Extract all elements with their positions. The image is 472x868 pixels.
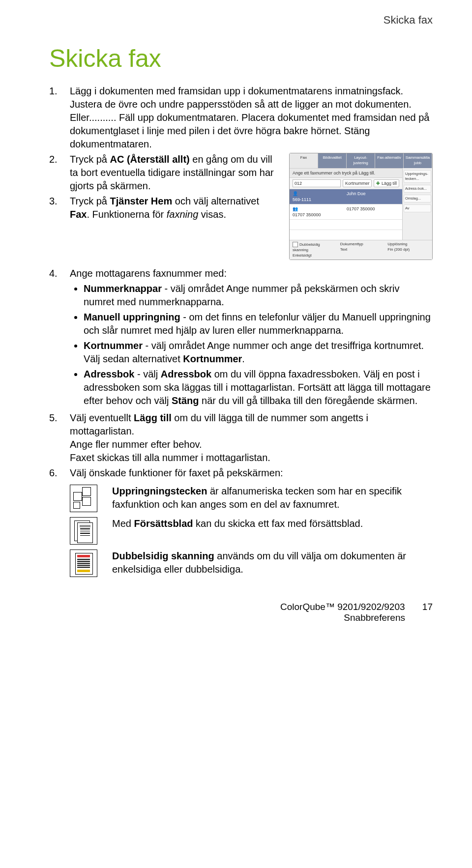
footer-doc: Snabbreferens bbox=[344, 612, 405, 623]
shot-kortnummer-btn: Kortnummer bbox=[343, 179, 372, 187]
bullet-item: Nummerknappar - välj området Ange nummer… bbox=[84, 282, 433, 309]
bullet-item: Kortnummer - välj området Ange nummer oc… bbox=[84, 339, 433, 366]
list-marker: 4. bbox=[49, 267, 70, 409]
bullet-item: Manuell uppringning - om det finns en te… bbox=[84, 311, 433, 337]
shot-recipient-list: 👤 569-1111John Doe 👥 01707 35000001707 3… bbox=[290, 189, 402, 240]
shot-instruction: Ange ett faxnummer och tryck på Lägg til… bbox=[293, 170, 375, 176]
shot-tab: Bildkvalitet bbox=[318, 153, 347, 168]
fax-ui-screenshot: Fax Bildkvalitet Layout-justering Fax-al… bbox=[289, 153, 433, 260]
page-title: Skicka fax bbox=[49, 44, 433, 73]
shot-tab: Fax-alternativ bbox=[375, 153, 404, 168]
plus-icon: ✚ bbox=[376, 181, 380, 186]
step-3-text: Tryck på Tjänster Hem och välj alternati… bbox=[70, 195, 279, 221]
shot-list-row: 👥 01707 35000001707 350000 bbox=[290, 204, 402, 219]
footer-product: ColorQube™ 9201/9202/9203 bbox=[280, 602, 405, 612]
list-marker: 6. bbox=[49, 466, 70, 480]
shot-bottom-bar: Dubbelsidig skanningEnkelsidigt Dokument… bbox=[290, 240, 432, 260]
list-marker: 1. bbox=[49, 85, 70, 151]
shot-lagg-till-btn: ✚ Lägg till bbox=[374, 179, 399, 187]
icon-3-text: Dubbelsidig skanning används om du vill … bbox=[112, 550, 433, 576]
bullet-item: Adressbok - välj Adressbok om du vill öp… bbox=[84, 368, 433, 407]
step-6-text: Välj önskade funktioner för faxet på pek… bbox=[70, 466, 433, 480]
page-number: 17 bbox=[422, 602, 433, 612]
step-1-text: Lägg i dokumenten med framsidan upp i do… bbox=[70, 85, 433, 151]
shot-tab: Sammansätta jobb bbox=[404, 153, 432, 168]
list-marker: 3. bbox=[49, 195, 70, 221]
shot-tab: Layout-justering bbox=[347, 153, 375, 168]
checkbox-icon bbox=[293, 242, 298, 247]
dial-characters-icon bbox=[70, 485, 97, 512]
running-header: Skicka fax bbox=[384, 14, 433, 27]
icon-1-text: Uppringningstecken är alfanumeriska teck… bbox=[112, 485, 433, 511]
list-marker: 2. bbox=[49, 153, 70, 193]
cover-sheet-icon bbox=[70, 517, 97, 545]
step-4-text: Ange mottagarens faxnummer med: bbox=[70, 267, 433, 280]
icon-2-text: Med Försättsblad kan du skicka ett fax m… bbox=[112, 517, 433, 530]
list-marker: 5. bbox=[49, 411, 70, 464]
double-sided-scan-icon bbox=[70, 550, 97, 577]
step-5-text: Välj eventuellt Lägg till om du vill läg… bbox=[70, 411, 433, 464]
shot-sidebar: Uppringnings-tecken... Adress-bok... Oms… bbox=[402, 168, 432, 240]
shot-tabs: Fax Bildkvalitet Layout-justering Fax-al… bbox=[290, 153, 432, 168]
step-2-text: Tryck på AC (Återställ allt) en gång om … bbox=[70, 153, 279, 193]
shot-number-input: 012 bbox=[293, 179, 341, 187]
shot-tab: Fax bbox=[290, 153, 318, 168]
page-footer: ColorQube™ 9201/9202/9203 17 Snabbrefere… bbox=[49, 602, 433, 623]
shot-list-row: 👤 569-1111John Doe bbox=[290, 189, 402, 204]
